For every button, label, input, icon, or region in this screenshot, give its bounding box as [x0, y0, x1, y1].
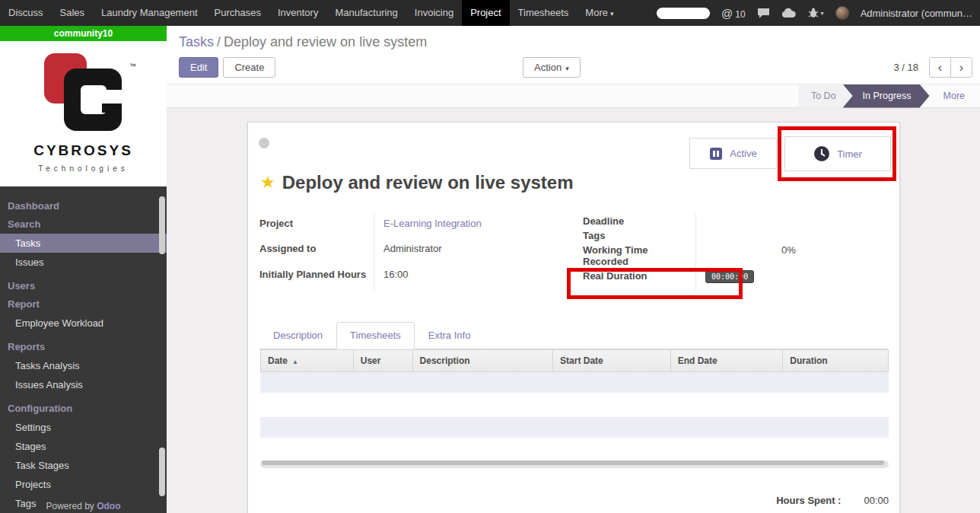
sidebar-item-tasks[interactable]: Tasks [0, 234, 167, 253]
sidebar-section-users[interactable]: Users [0, 277, 167, 295]
menu-timesheets[interactable]: Timesheets [510, 0, 578, 26]
company-logo[interactable]: ™ CYBROSYS Technologies [0, 41, 167, 186]
sidebar-item-task-stages[interactable]: Task Stages [0, 456, 167, 475]
messages-counter[interactable]: @ 10 [721, 7, 746, 20]
field-label-real-duration: Real Duration [583, 269, 695, 290]
field-value-project[interactable]: E-Learning Integration [374, 214, 568, 239]
sort-asc-icon: ▲ [292, 358, 298, 365]
pager-value: 3 / 18 [893, 62, 918, 73]
column-header-date[interactable]: Date▲ [261, 350, 354, 371]
table-row-empty [260, 393, 889, 417]
pager-next-button[interactable]: › [950, 57, 972, 78]
sidebar-item-dashboard[interactable]: Dashboard [0, 197, 167, 215]
menu-project[interactable]: Project [462, 0, 509, 26]
field-label-project: Project [259, 214, 374, 239]
field-label-deadline: Deadline [583, 214, 695, 228]
debug-menu[interactable]: ▾ [808, 8, 824, 18]
create-button[interactable]: Create [223, 57, 275, 78]
kanban-state-dot[interactable] [259, 138, 269, 148]
breadcrumb-current: Deploy and review on live system [224, 34, 427, 49]
sidebar-item-issues[interactable]: Issues [0, 253, 167, 272]
menu-manufacturing[interactable]: Manufacturing [326, 0, 406, 26]
record-buttons: Edit Create [179, 57, 275, 78]
table-header: Date▲ User Description Start Date End Da… [260, 349, 889, 372]
menu-more[interactable]: More▾ [577, 0, 622, 26]
sidebar-item-tasks-analysis[interactable]: Tasks Analysis [0, 356, 167, 375]
sidebar-section-search[interactable]: Search [0, 215, 167, 234]
column-header-duration[interactable]: Duration [783, 350, 888, 371]
menu-laundry-management[interactable]: Laundry Management [93, 0, 205, 26]
notebook-tabs: Description Timesheets Extra Info [259, 322, 888, 349]
field-label-initially-planned-hours: Initially Planned Hours [259, 265, 374, 290]
chat-bubble-icon[interactable] [757, 8, 770, 19]
chevron-down-icon: ▾ [565, 65, 569, 72]
main-menu: Discuss Sales Laundry Management Purchas… [0, 0, 622, 26]
sidebar-item-stages[interactable]: Stages [0, 437, 167, 456]
timesheets-table: Date▲ User Description Start Date End Da… [260, 349, 889, 468]
menu-discuss[interactable]: Discuss [0, 0, 52, 26]
hours-spent-value: 00:00 [864, 495, 889, 506]
field-groups: Project E-Learning Integration Assigned … [259, 214, 888, 290]
edit-button[interactable]: Edit [179, 57, 218, 78]
user-menu[interactable]: Administrator (commun… [861, 8, 972, 19]
tab-timesheets[interactable]: Timesheets [336, 322, 415, 349]
chevron-down-icon: ▾ [610, 10, 614, 18]
odoo-brand-link[interactable]: Odoo [97, 501, 120, 511]
column-header-user[interactable]: User [354, 350, 413, 371]
horizontal-scrollbar[interactable] [260, 460, 889, 468]
column-header-description[interactable]: Description [413, 350, 554, 371]
sidebar-section-configuration[interactable]: Configuration [0, 400, 167, 418]
clock-icon [813, 145, 830, 162]
field-value-working-time-recorded: 0% [695, 243, 888, 269]
timer-widget-pill[interactable] [657, 8, 710, 19]
sidebar-item-settings[interactable]: Settings [0, 418, 167, 437]
breadcrumb: Tasks/Deploy and review on live system [179, 34, 427, 50]
top-navbar: Discuss Sales Laundry Management Purchas… [0, 0, 980, 26]
priority-star-icon[interactable]: ★ [260, 173, 275, 193]
sidebar-item-employee-workload[interactable]: Employee Workload [0, 314, 167, 333]
message-count: 10 [735, 9, 745, 20]
left-field-group: Project E-Learning Integration Assigned … [259, 214, 568, 290]
tab-extra-info[interactable]: Extra Info [415, 322, 485, 349]
status-step-more[interactable]: More [930, 84, 969, 108]
sidebar-scrollbar-thumb[interactable] [159, 448, 165, 496]
sidebar-section-reports[interactable]: Reports [0, 338, 167, 356]
hours-spent-row: Hours Spent : 00:00 [260, 495, 889, 506]
column-header-end-date[interactable]: End Date [671, 350, 784, 371]
sidebar-menu: Dashboard Search Tasks Issues Users Repo… [0, 186, 167, 513]
breadcrumb-separator: / [217, 34, 221, 49]
sidebar-scrollbar-thumb[interactable] [159, 196, 165, 254]
app-window: Discuss Sales Laundry Management Purchas… [0, 0, 980, 513]
sidebar-item-projects[interactable]: Projects [0, 475, 167, 494]
sidebar-section-report[interactable]: Report [0, 295, 167, 314]
field-value-initially-planned-hours: 16:00 [374, 265, 568, 290]
menu-inventory[interactable]: Inventory [269, 0, 326, 26]
field-label-working-time-recorded: Working Time Recorded [583, 243, 695, 269]
hours-spent-label: Hours Spent : [776, 495, 841, 506]
tab-description[interactable]: Description [259, 322, 336, 349]
chevron-down-icon: ▾ [821, 10, 824, 17]
breadcrumb-tasks-link[interactable]: Tasks [179, 34, 214, 49]
user-avatar[interactable] [835, 6, 849, 20]
task-title: Deploy and review on live system [282, 172, 574, 193]
field-label-tags: Tags [583, 228, 695, 243]
field-label-assigned-to: Assigned to [259, 239, 374, 264]
menu-sales[interactable]: Sales [52, 0, 94, 26]
status-step-in-progress[interactable]: In Progress [843, 84, 930, 108]
brand-name: CYBROSYS [0, 142, 167, 159]
right-field-group: Deadline Tags Working Time Recorded 0% R… [583, 214, 888, 290]
pager-previous-button[interactable]: ‹ [929, 57, 951, 78]
timer-stat-button[interactable]: Timer [784, 136, 891, 171]
control-panel: Tasks/Deploy and review on live system E… [167, 26, 980, 84]
menu-purchases[interactable]: Purchases [206, 0, 269, 26]
status-step-todo[interactable]: To Do [799, 84, 853, 108]
field-value-deadline [695, 214, 888, 228]
column-header-start-date[interactable]: Start Date [553, 350, 671, 371]
action-dropdown-button[interactable]: Action▾ [523, 57, 581, 78]
active-stat-button[interactable]: Active [689, 138, 777, 169]
horizontal-scrollbar-thumb[interactable] [262, 460, 884, 465]
sidebar-item-issues-analysis[interactable]: Issues Analysis [0, 375, 167, 394]
cloud-icon[interactable] [781, 8, 797, 18]
menu-invoicing[interactable]: Invoicing [406, 0, 462, 26]
task-form-sheet: Active Timer ★ Deploy and review on live… [247, 122, 900, 513]
